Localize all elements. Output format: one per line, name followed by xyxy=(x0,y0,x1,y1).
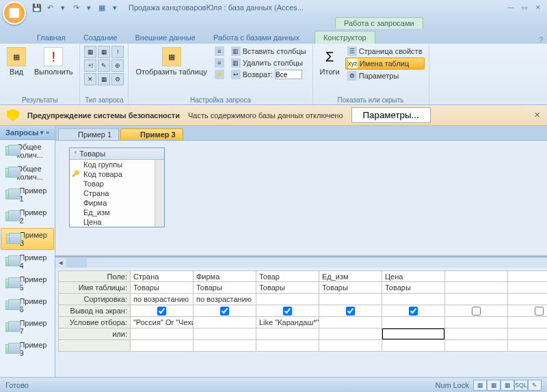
show-checkbox[interactable] xyxy=(220,307,229,316)
table-names-button[interactable]: xyzИмена таблиц xyxy=(345,57,425,70)
nav-header[interactable]: Запросы ▾ « xyxy=(0,126,55,140)
grid-cell[interactable] xyxy=(256,340,319,352)
grid-cell[interactable] xyxy=(194,340,256,352)
show-checkbox[interactable] xyxy=(346,307,355,316)
field-item[interactable]: Цена xyxy=(70,217,164,227)
insert-columns-button[interactable]: ▥Вставить столбцы xyxy=(229,46,308,57)
grid-cell[interactable]: Товары xyxy=(131,282,194,294)
tab-external[interactable]: Внешние данные xyxy=(127,31,204,44)
field-list-scrollbar[interactable] xyxy=(155,160,164,227)
tab-home[interactable]: Главная xyxy=(29,31,74,44)
dropdown-icon[interactable]: ▾ xyxy=(109,2,120,13)
grid-cell[interactable] xyxy=(319,294,382,305)
grid-cell[interactable] xyxy=(508,317,547,328)
nav-item[interactable]: Пример 1 xyxy=(0,184,55,206)
grid-cell[interactable]: Ед_изм xyxy=(319,270,382,282)
security-options-button[interactable]: Параметры... xyxy=(351,107,431,123)
nav-item[interactable]: Общее колич... xyxy=(0,162,55,184)
grid-cell[interactable] xyxy=(319,317,382,328)
grid-cell[interactable] xyxy=(319,328,382,340)
grid-cell[interactable] xyxy=(508,270,547,282)
diagram-hscroll[interactable]: ◂ xyxy=(55,257,547,268)
nav-item[interactable]: Пример 6 xyxy=(0,294,55,316)
union-icon[interactable]: ⊕ xyxy=(111,59,124,72)
nav-item[interactable]: Общее колич... xyxy=(0,140,55,162)
grid-show-cell[interactable] xyxy=(319,305,382,317)
update-icon[interactable]: ✎ xyxy=(98,59,110,72)
doc-tab-example1[interactable]: Пример 1 xyxy=(58,128,119,140)
grid-cell[interactable] xyxy=(445,294,508,305)
dropdown-icon[interactable]: ▾ xyxy=(83,2,94,13)
grid-cell[interactable]: Товары xyxy=(319,282,382,294)
nav-item[interactable]: Пример 3 xyxy=(1,228,54,250)
dropdown-icon[interactable]: ▾ xyxy=(57,2,68,13)
pivotchart-view-button[interactable]: ▦ xyxy=(501,380,514,391)
return-button[interactable]: ↩Возврат: xyxy=(229,69,308,80)
grid-show-cell[interactable] xyxy=(508,305,547,317)
grid-cell[interactable] xyxy=(445,270,508,282)
field-item[interactable]: Страна xyxy=(70,188,164,198)
show-checkbox[interactable] xyxy=(535,307,544,316)
property-sheet-button[interactable]: ☰Страница свойств xyxy=(345,46,425,57)
grid-cell[interactable] xyxy=(508,294,547,305)
grid-cell[interactable]: Товары xyxy=(194,282,256,294)
return-input[interactable] xyxy=(275,70,302,79)
grid-cell[interactable] xyxy=(194,328,256,340)
show-table-button[interactable]: ▦ Отобразить таблицу xyxy=(133,46,209,77)
show-checkbox[interactable] xyxy=(472,307,481,316)
scroll-thumb[interactable] xyxy=(66,258,87,268)
nav-item[interactable]: Пример 4 xyxy=(0,251,55,272)
grid-cell[interactable]: Фирма xyxy=(194,270,256,282)
field-item[interactable]: Код товара xyxy=(70,169,164,179)
field-item[interactable]: Код группы xyxy=(70,160,164,169)
grid-cell[interactable] xyxy=(382,294,445,305)
grid-cell[interactable] xyxy=(508,328,547,340)
qat-custom-icon[interactable]: ▦ xyxy=(96,2,107,13)
chevron-down-icon[interactable]: ▾ « xyxy=(40,129,49,136)
tab-design[interactable]: Конструктор xyxy=(315,31,375,44)
parameters-button[interactable]: ⚙Параметры xyxy=(345,70,425,81)
query-grid[interactable]: Поле:СтранаФирмаТоварЕд_измЦенаИмя табли… xyxy=(58,270,547,352)
grid-cell[interactable] xyxy=(382,328,445,340)
close-button[interactable]: ✕ xyxy=(532,3,544,12)
grid-cell[interactable]: "Россия" Or "Чехия" xyxy=(131,317,194,328)
grid-cell[interactable] xyxy=(131,328,194,340)
security-close-button[interactable]: ✕ xyxy=(534,111,540,120)
grid-cell[interactable] xyxy=(445,282,508,294)
grid-cell[interactable]: Товары xyxy=(382,282,445,294)
table-diagram-area[interactable]: *Товары Код группыКод товараТоварСтранаФ… xyxy=(55,141,547,257)
field-item[interactable]: Товар xyxy=(70,179,164,188)
grid-cell[interactable]: Like "Карандаш*" xyxy=(256,317,319,328)
grid-cell[interactable] xyxy=(445,328,508,340)
doc-tab-example3[interactable]: Пример 3 xyxy=(120,128,183,140)
grid-cell[interactable]: по возрастанию xyxy=(131,294,194,305)
append-icon[interactable]: +! xyxy=(84,59,96,72)
grid-show-cell[interactable] xyxy=(194,305,256,317)
grid-cell[interactable]: Страна xyxy=(131,270,194,282)
restore-button[interactable]: ▭ xyxy=(518,3,531,12)
save-icon[interactable]: 💾 xyxy=(31,2,42,13)
pivot-view-button[interactable]: ▦ xyxy=(487,380,501,391)
builder-button[interactable]: ⚡ xyxy=(213,69,226,80)
view-button[interactable]: ▦ Вид xyxy=(4,46,29,77)
grid-cell[interactable] xyxy=(319,340,382,352)
nav-item[interactable]: Пример 5 xyxy=(0,272,55,294)
redo-icon[interactable]: ↷ xyxy=(70,2,81,13)
sql-view-button[interactable]: SQL xyxy=(514,380,528,391)
grid-cell[interactable]: Цена xyxy=(382,270,445,282)
show-checkbox[interactable] xyxy=(157,307,166,316)
undo-icon[interactable]: ↶ xyxy=(44,2,55,13)
grid-show-cell[interactable] xyxy=(445,305,508,317)
office-button[interactable] xyxy=(3,1,26,25)
grid-cell[interactable]: Товары xyxy=(256,282,319,294)
scroll-left-icon[interactable]: ◂ xyxy=(55,258,66,268)
grid-cell[interactable] xyxy=(131,340,194,352)
field-list-header[interactable]: *Товары xyxy=(70,148,164,160)
insert-rows-button[interactable]: ≡ xyxy=(213,46,226,57)
grid-cell[interactable] xyxy=(256,328,319,340)
delete-rows-button[interactable]: ≡ xyxy=(213,57,226,68)
passthrough-icon[interactable]: ▦ xyxy=(98,73,110,85)
design-view-button[interactable]: ✎ xyxy=(528,380,542,391)
totals-button[interactable]: Σ Итоги xyxy=(317,46,343,77)
grid-cell[interactable] xyxy=(508,282,547,294)
